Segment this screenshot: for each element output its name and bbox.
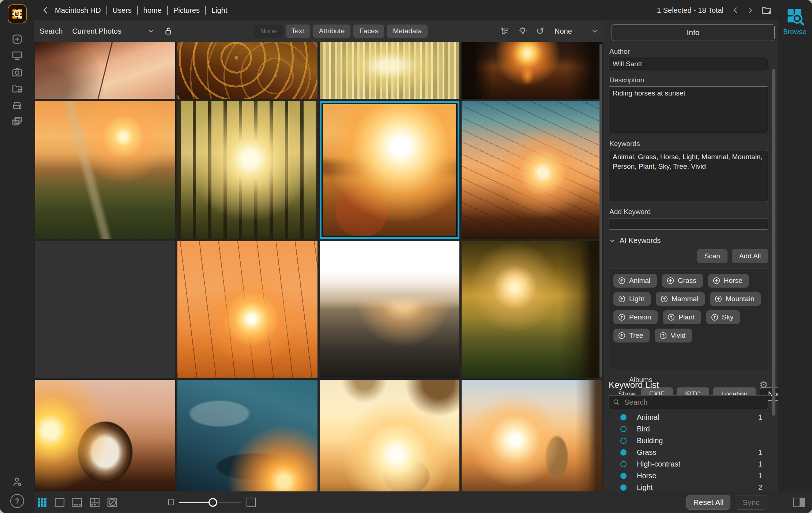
photo-thumbnail-crystal-ball[interactable] — [35, 380, 175, 491]
compare-view-button[interactable] — [106, 496, 119, 509]
zoom-out-icon[interactable] — [168, 499, 174, 505]
app-logo-icon[interactable]: AI — [8, 4, 27, 23]
sync-button[interactable]: Sync — [735, 495, 767, 510]
search-scope-dropdown[interactable]: Current Photos — [72, 27, 163, 35]
ai-chip-tree[interactable]: Tree — [613, 329, 650, 342]
toggle-panel-button[interactable] — [793, 498, 805, 507]
this-computer-button[interactable] — [9, 49, 25, 62]
keywords-field[interactable]: Animal, Grass, Horse, Light, Mammal, Mou… — [609, 150, 768, 202]
photo-thumbnail-forest-rays[interactable] — [177, 101, 317, 239]
ai-chip-mammal[interactable]: Mammal — [656, 292, 705, 306]
author-field[interactable] — [609, 58, 768, 70]
breadcrumb-light[interactable]: Light — [205, 6, 228, 15]
filter-metadata-button[interactable]: Metadata — [387, 25, 428, 38]
keyword-search-input[interactable] — [624, 398, 764, 407]
keyword-search-box[interactable] — [609, 395, 768, 409]
panel-divider — [604, 374, 778, 374]
back-button[interactable] — [40, 4, 52, 16]
info-tab[interactable]: Info — [612, 24, 775, 41]
keyword-list-scrollbar[interactable] — [772, 381, 775, 416]
filter-none-button[interactable]: None — [254, 25, 282, 38]
account-settings-button[interactable] — [9, 476, 25, 488]
group-by-dropdown[interactable]: None — [555, 27, 598, 35]
photo-thumbnail-horses-sunset-selected[interactable] — [320, 101, 460, 239]
group-by-value: None — [555, 27, 572, 35]
zoom-slider-thumb[interactable] — [208, 498, 217, 507]
keyword-row-bird[interactable]: Bird — [609, 423, 768, 435]
lock-filter-button[interactable] — [163, 26, 173, 36]
breadcrumb-home[interactable]: home — [137, 6, 162, 15]
grid-scrollbar[interactable] — [599, 44, 602, 378]
ai-chip-horse[interactable]: Horse — [708, 274, 749, 288]
breadcrumb-macintosh-hd[interactable]: Macintosh HD — [54, 6, 102, 15]
photo-thumbnail-branches-sunset[interactable] — [462, 101, 602, 239]
next-button[interactable] — [745, 5, 756, 16]
ai-chip-light[interactable]: Light — [613, 292, 651, 306]
search-filter-toolbar: Search Current Photos None Text Attribut… — [34, 20, 604, 42]
photo-thumbnail-mountain-valley[interactable] — [320, 241, 460, 378]
keyword-count: 1 — [758, 460, 762, 468]
ai-keywords-header[interactable]: AI Keywords — [609, 236, 768, 245]
ai-chip-vivid[interactable]: Vivid — [655, 329, 692, 342]
photo-thumbnail-backlit-hair[interactable] — [320, 380, 460, 491]
photo-thumbnail-teal-clouds[interactable] — [177, 380, 317, 491]
zoom-slider[interactable] — [179, 498, 241, 507]
zoom-in-icon[interactable] — [247, 498, 256, 507]
keyword-row-high-contrast[interactable]: High-contrast 1 — [609, 458, 768, 470]
sort-order-button[interactable] — [499, 26, 510, 36]
filter-faces-button[interactable]: Faces — [353, 25, 384, 38]
photo-thumbnail-woman-backlit[interactable] — [35, 241, 175, 378]
filmstrip-view-button[interactable] — [71, 496, 83, 509]
description-field[interactable]: Riding horses at sunset — [609, 86, 768, 133]
filter-text-button[interactable]: Text — [286, 25, 310, 38]
chevron-down-icon — [609, 237, 616, 244]
photo-thumbnail-macro-stem[interactable] — [35, 42, 175, 99]
add-all-button[interactable]: Add All — [732, 249, 768, 263]
ai-chip-mountain[interactable]: Mountain — [710, 292, 761, 306]
drives-button[interactable] — [9, 99, 25, 111]
new-folder-button[interactable] — [759, 4, 774, 16]
photo-thumbnail-grass-stalks[interactable] — [177, 241, 317, 378]
ai-chip-sky[interactable]: Sky — [706, 310, 740, 324]
breadcrumb-users[interactable]: Users — [106, 6, 132, 15]
favorite-folders-button[interactable] — [9, 82, 25, 95]
author-label: Author — [609, 48, 768, 56]
gear-icon[interactable]: ⚙ — [759, 380, 768, 390]
filter-attribute-button[interactable]: Attribute — [313, 25, 351, 38]
split-view-button[interactable] — [89, 496, 101, 509]
breadcrumb-pictures[interactable]: Pictures — [167, 6, 200, 15]
hard-drive-icon — [11, 99, 23, 111]
photo-thumbnail-sunrise-field[interactable] — [35, 101, 175, 239]
duplicates-stack-button[interactable] — [9, 115, 25, 128]
single-view-button[interactable] — [53, 496, 66, 509]
keyword-row-animal[interactable]: Animal 1 — [609, 411, 768, 423]
grid-view-button[interactable] — [36, 496, 48, 509]
keyword-row-building[interactable]: Building — [609, 435, 768, 446]
panel-scrollbar[interactable] — [772, 69, 775, 394]
keyword-dot-icon — [620, 484, 627, 491]
browse-mode-button[interactable]: Browse — [783, 7, 806, 36]
import-add-button[interactable] — [9, 33, 25, 45]
keyword-row-horse[interactable]: Horse 1 — [609, 470, 768, 482]
help-button[interactable]: ? — [10, 494, 24, 508]
arrow-up-circle-icon — [618, 313, 626, 321]
previous-button[interactable] — [730, 5, 741, 16]
photo-thumbnail-woman-field[interactable] — [462, 380, 602, 491]
photo-thumbnail-city-sunset[interactable] — [462, 42, 602, 99]
plus-square-icon — [11, 33, 23, 45]
scan-button[interactable]: Scan — [697, 249, 728, 263]
camera-import-button[interactable] — [9, 66, 25, 78]
keyword-row-grass[interactable]: Grass 1 — [609, 446, 768, 458]
ai-chip-person[interactable]: Person — [613, 310, 658, 324]
folder-heart-icon — [11, 83, 23, 94]
photo-thumbnail-golden-grass[interactable] — [177, 42, 317, 99]
photo-thumbnail-birch-forest[interactable] — [320, 42, 460, 99]
add-keyword-field[interactable] — [609, 218, 768, 230]
ai-chip-animal[interactable]: Animal — [613, 274, 657, 288]
ai-chip-plant[interactable]: Plant — [663, 310, 701, 324]
photo-thumbnail-golden-forest[interactable] — [462, 241, 602, 378]
ai-chip-grass[interactable]: Grass — [662, 274, 703, 288]
auto-advance-button[interactable] — [518, 26, 528, 36]
reset-all-button[interactable]: Reset All — [686, 495, 730, 510]
undo-icon[interactable]: ↺ — [536, 26, 544, 36]
